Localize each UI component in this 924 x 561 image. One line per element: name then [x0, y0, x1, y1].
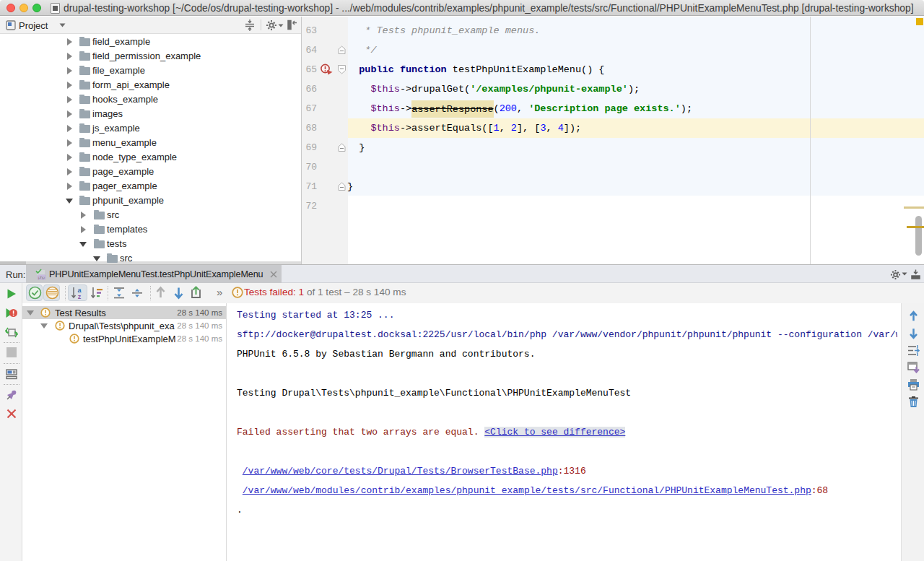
svg-text:z: z: [78, 293, 82, 300]
svg-text:php: php: [38, 275, 45, 279]
